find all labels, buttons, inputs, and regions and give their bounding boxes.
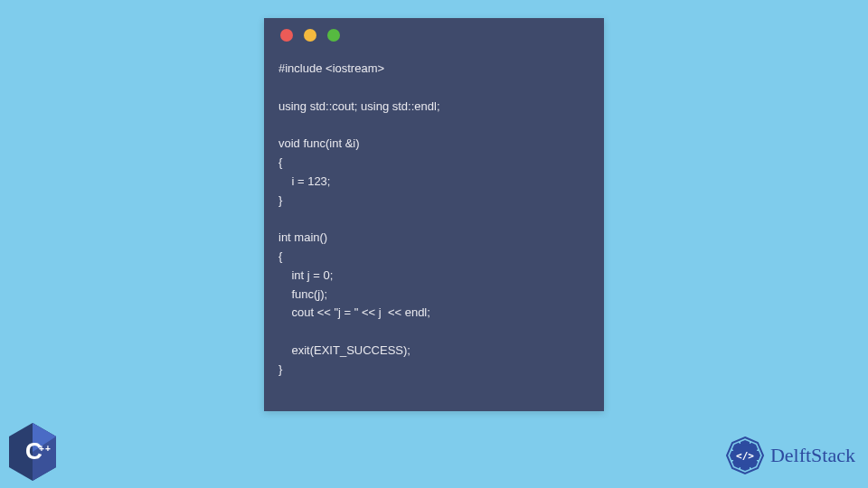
code-content: #include <iostream> using std::cout; usi… [278, 60, 590, 380]
cpp-logo-icon: C + + [5, 421, 60, 483]
delftstack-logo: </> DelftStack [725, 436, 855, 475]
window-controls [278, 29, 590, 42]
maximize-icon [327, 29, 340, 42]
svg-text:+: + [45, 444, 51, 454]
minimize-icon [304, 29, 316, 42]
code-window: #include <iostream> using std::cout; usi… [264, 18, 604, 411]
delftstack-badge-icon: </> [725, 436, 765, 475]
svg-text:</>: </> [736, 450, 754, 462]
delftstack-text: DelftStack [770, 444, 855, 467]
close-icon [280, 29, 293, 42]
svg-text:+: + [39, 444, 44, 454]
